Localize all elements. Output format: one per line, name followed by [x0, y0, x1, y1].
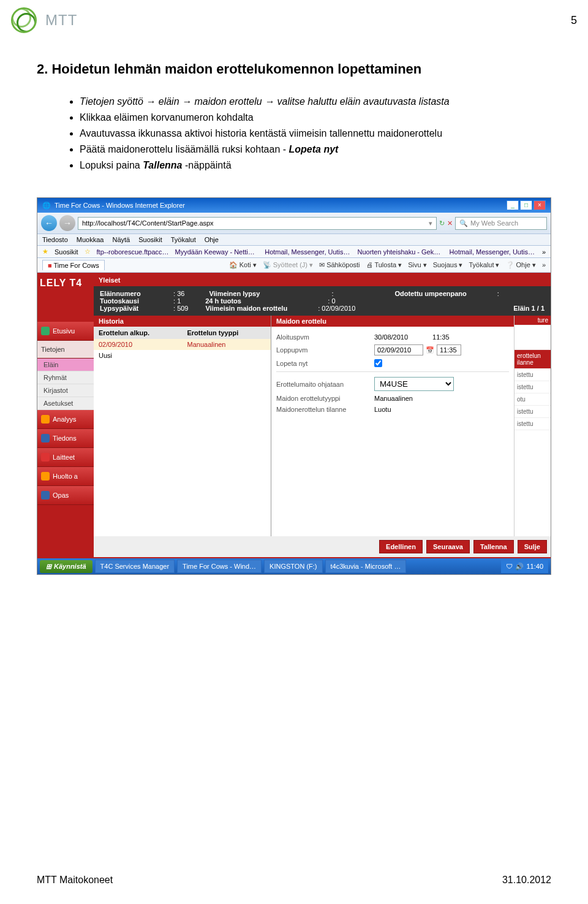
document-body: 2. Hoidetun lehmän maidon erottelukomenn… [0, 37, 588, 173]
cmd-item[interactable]: 🖨 Tulosta ▾ [366, 261, 402, 269]
end-date-input[interactable] [374, 344, 423, 355]
tray-icon: 🔊 [515, 563, 524, 571]
search-box[interactable]: 🔍 My Web Search [455, 217, 547, 230]
fav-link[interactable]: Myydään Keeway - Nettimoto [175, 248, 259, 256]
start-button[interactable]: ⊞ Käynnistä [40, 560, 92, 573]
nav-toolbar: ← → http://localhost/T4C/Content/StartPa… [37, 213, 551, 234]
bullet-item: Klikkaa eläimen korvanumeron kohdalta [80, 110, 551, 125]
form-header: Maidon erottelu [271, 316, 514, 327]
cmd-item[interactable]: 📡 Syötteet (J) ▾ [263, 261, 313, 269]
history-row[interactable]: Uusi [94, 350, 271, 361]
sidebar-item-etusivu[interactable]: Etusivu [37, 322, 94, 341]
taskbar-item[interactable]: t4c3kuvia - Microsoft … [325, 560, 407, 573]
star-icon[interactable]: ★ [42, 248, 48, 256]
forward-button[interactable]: → [59, 215, 75, 231]
sidebar-item-laitteet[interactable]: Laitteet [37, 448, 94, 467]
menu-item[interactable]: Tiedosto [42, 236, 68, 243]
cmd-item[interactable]: Suojaus ▾ [433, 261, 463, 269]
fav-link[interactable]: Hotmail, Messenger, Uutiset… [450, 248, 536, 256]
redirect-select[interactable]: M4USE [374, 377, 454, 391]
star-icon: ☆ [85, 248, 91, 256]
window-title: Time For Cows - Windows Internet Explore… [55, 202, 185, 209]
bullet-item: Lopuksi paina Tallenna -näppäintä [80, 158, 551, 173]
save-button[interactable]: Tallenna [473, 540, 514, 553]
minimize-button[interactable]: _ [507, 200, 519, 210]
close-button[interactable]: Sulje [518, 540, 547, 553]
chevron-icon[interactable]: » [542, 261, 546, 269]
sub-item-elain[interactable]: Eläin [37, 359, 94, 371]
cmd-item[interactable]: ✉ Sähköposti [319, 261, 360, 269]
calendar-icon[interactable]: 📅 [426, 346, 434, 354]
page-number: 5 [571, 14, 577, 27]
window-titlebar: 🌐 Time For Cows - Windows Internet Explo… [37, 198, 551, 213]
taskbar-item[interactable]: Time For Cows - Wind… [177, 560, 262, 573]
stop-now-checkbox[interactable] [374, 359, 382, 367]
fav-link[interactable]: ftp--roborescue.ftpaccess [97, 248, 169, 256]
tray-icon: 🛡 [506, 563, 513, 570]
address-bar[interactable]: http://localhost/T4C/Content/StartPage.a… [78, 217, 437, 230]
maximize-button[interactable]: □ [520, 200, 532, 210]
close-button[interactable]: × [533, 200, 546, 210]
sidebar-item-huolto[interactable]: Huolto a [37, 467, 94, 486]
command-bar: ■ Time For Cows 🏠 Koti ▾ 📡 Syötteet (J) … [37, 258, 551, 273]
sub-item-kirjastot[interactable]: Kirjastot [37, 384, 94, 397]
cmd-item[interactable]: ❔ Ohje ▾ [506, 261, 536, 269]
bullet-list: Tietojen syöttö → eläin → maidon erottel… [80, 94, 551, 173]
bullet-item: Tietojen syöttö → eläin → maidon erottel… [80, 94, 551, 109]
stop-icon[interactable]: ✕ [447, 219, 453, 227]
mtt-logo: MTT [11, 7, 77, 33]
history-row[interactable]: 02/09/2010 Manuaalinen [94, 339, 271, 350]
browser-tab[interactable]: ■ Time For Cows [42, 260, 105, 270]
button-row: Edellinen Seuraava Tallenna Sulje [94, 536, 551, 557]
guide-icon [41, 491, 50, 499]
menu-item[interactable]: Näytä [112, 236, 130, 243]
fav-link[interactable]: Nuorten yhteishaku - Gekko… [357, 248, 443, 256]
refresh-icon[interactable]: ↻ [439, 219, 445, 227]
next-button[interactable]: Seuraava [426, 540, 470, 553]
header-yleiset: Yleiset [94, 274, 551, 286]
taskbar-item[interactable]: KINGSTON (F:) [264, 560, 322, 573]
sidebar-item-tiedons[interactable]: Tiedons [37, 429, 94, 448]
brand-text: MTT [45, 12, 77, 29]
chevron-icon[interactable]: » [542, 248, 546, 256]
page-header: MTT 5 [0, 0, 588, 37]
sidebar-item-tietojen[interactable]: Tietojen [37, 341, 94, 359]
taskbar: ⊞ Käynnistä T4C Services Manager Time Fo… [37, 558, 551, 574]
search-icon: 🔍 [459, 219, 468, 227]
info-panel: Eläinnumero: 36 Viimeinen lypsy: Odotett… [94, 286, 551, 316]
start-time: 11:35 [432, 333, 450, 341]
previous-button[interactable]: Edellinen [379, 540, 423, 553]
sidebar-subnav: Eläin Ryhmät Kirjastot Asetukset [37, 359, 94, 410]
back-button[interactable]: ← [41, 215, 57, 231]
history-header: Historia [94, 316, 271, 327]
menu-item[interactable]: Työkalut [171, 236, 196, 243]
favorites-bar: ★ Suosikit ☆ ftp--roborescue.ftpaccess M… [37, 246, 551, 258]
menu-item[interactable]: Muokkaa [77, 236, 104, 243]
footer-right: 31.10.2012 [502, 875, 551, 886]
end-time-input[interactable] [437, 344, 461, 355]
fav-link[interactable]: Hotmail, Messenger, Uutiset… [265, 248, 351, 256]
cmd-item[interactable]: Työkalut ▾ [469, 261, 499, 269]
cmd-item[interactable]: 🏠 Koti ▾ [229, 261, 257, 269]
system-tray[interactable]: 🛡 🔊 11:40 [501, 560, 548, 573]
history-table-head: Erottelun alkup. Erottelun tyyppi [94, 327, 271, 339]
clock: 11:40 [526, 563, 543, 570]
sub-item-ryhmat[interactable]: Ryhmät [37, 371, 94, 384]
cmd-item[interactable]: Sivu ▾ [408, 261, 426, 269]
history-column: Historia Erottelun alkup. Erottelun tyyp… [94, 316, 271, 536]
section-title: 2. Hoidetun lehmän maidon erottelukomenn… [37, 61, 551, 77]
windows-icon: ⊞ [46, 563, 51, 571]
bullet-item: Avautuvassa ikkunassa aktivoi historia k… [80, 126, 551, 141]
menu-item[interactable]: Ohje [205, 236, 219, 243]
menu-item[interactable]: Suosikit [138, 236, 162, 243]
right-strip: ture erottelun ilanne istettu istettu ot… [514, 316, 551, 536]
favorites-label[interactable]: Suosikit [55, 248, 78, 256]
taskbar-item[interactable]: T4C Services Manager [95, 560, 175, 573]
sub-item-asetukset[interactable]: Asetukset [37, 397, 94, 410]
page-footer: MTT Maitokoneet 31.10.2012 [0, 875, 588, 886]
animal-count: Eläin 1 / 1 [513, 305, 545, 312]
sidebar-item-opas[interactable]: Opas [37, 486, 94, 505]
maintenance-icon [41, 472, 50, 480]
chart-icon [41, 415, 50, 424]
sidebar-item-analyys[interactable]: Analyys [37, 410, 94, 429]
